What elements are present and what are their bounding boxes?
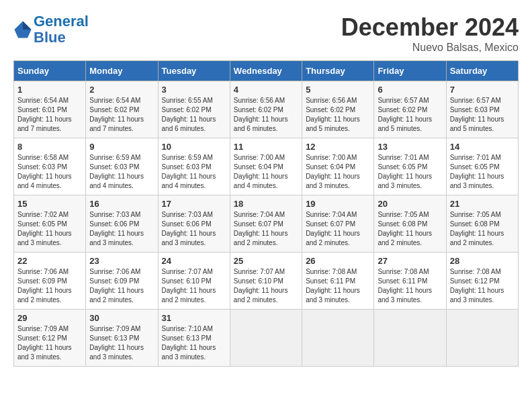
- day-info: Sunrise: 7:03 AMSunset: 6:06 PMDaylight:…: [162, 210, 226, 248]
- day-info: Sunrise: 7:05 AMSunset: 6:08 PMDaylight:…: [450, 210, 515, 248]
- day-info: Sunrise: 6:56 AMSunset: 6:02 PMDaylight:…: [306, 96, 370, 134]
- calendar-cell: 18Sunrise: 7:04 AMSunset: 6:07 PMDayligh…: [230, 195, 302, 253]
- day-number: 4: [234, 85, 298, 95]
- day-info: Sunrise: 7:04 AMSunset: 6:07 PMDaylight:…: [306, 210, 370, 248]
- calendar-cell: 22Sunrise: 7:06 AMSunset: 6:09 PMDayligh…: [14, 253, 86, 310]
- day-number: 10: [162, 142, 226, 152]
- day-number: 9: [89, 142, 154, 152]
- day-number: 24: [162, 256, 226, 266]
- calendar-cell: 2Sunrise: 6:54 AMSunset: 6:02 PMDaylight…: [86, 81, 158, 138]
- day-info: Sunrise: 6:59 AMSunset: 6:03 PMDaylight:…: [162, 153, 226, 191]
- day-info: Sunrise: 7:00 AMSunset: 6:04 PMDaylight:…: [306, 153, 370, 191]
- day-number: 12: [306, 142, 370, 152]
- calendar-cell: 30Sunrise: 7:09 AMSunset: 6:13 PMDayligh…: [86, 310, 158, 367]
- day-info: Sunrise: 7:09 AMSunset: 6:12 PMDaylight:…: [17, 324, 82, 362]
- day-info: Sunrise: 7:08 AMSunset: 6:11 PMDaylight:…: [378, 267, 442, 305]
- day-info: Sunrise: 7:02 AMSunset: 6:05 PMDaylight:…: [17, 210, 82, 248]
- calendar-cell: 19Sunrise: 7:04 AMSunset: 6:07 PMDayligh…: [302, 195, 374, 253]
- logo-icon: [13, 20, 32, 39]
- day-number: 27: [378, 256, 442, 266]
- day-info: Sunrise: 7:10 AMSunset: 6:13 PMDaylight:…: [162, 324, 226, 362]
- day-number: 31: [162, 313, 226, 323]
- day-info: Sunrise: 6:57 AMSunset: 6:03 PMDaylight:…: [450, 96, 515, 134]
- calendar-cell: 23Sunrise: 7:06 AMSunset: 6:09 PMDayligh…: [86, 253, 158, 310]
- day-info: Sunrise: 6:59 AMSunset: 6:03 PMDaylight:…: [89, 153, 154, 191]
- calendar-cell: 26Sunrise: 7:08 AMSunset: 6:11 PMDayligh…: [302, 253, 374, 310]
- calendar-cell: 29Sunrise: 7:09 AMSunset: 6:12 PMDayligh…: [14, 310, 86, 367]
- day-number: 25: [234, 256, 298, 266]
- day-info: Sunrise: 7:07 AMSunset: 6:10 PMDaylight:…: [234, 267, 298, 305]
- calendar-cell: 14Sunrise: 7:01 AMSunset: 6:05 PMDayligh…: [446, 138, 518, 195]
- day-number: 16: [89, 199, 154, 209]
- day-info: Sunrise: 6:55 AMSunset: 6:02 PMDaylight:…: [162, 96, 226, 134]
- calendar-cell: 27Sunrise: 7:08 AMSunset: 6:11 PMDayligh…: [374, 253, 446, 310]
- calendar-cell: [446, 310, 518, 367]
- header-row: SundayMondayTuesdayWednesdayThursdayFrid…: [14, 61, 519, 81]
- title-block: December 2024 Nuevo Balsas, Mexico: [341, 13, 519, 54]
- day-info: Sunrise: 7:08 AMSunset: 6:12 PMDaylight:…: [450, 267, 515, 305]
- day-number: 8: [17, 142, 82, 152]
- calendar-cell: 9Sunrise: 6:59 AMSunset: 6:03 PMDaylight…: [86, 138, 158, 195]
- day-number: 14: [450, 142, 515, 152]
- day-number: 21: [450, 199, 515, 209]
- calendar-week-2: 8Sunrise: 6:58 AMSunset: 6:03 PMDaylight…: [14, 138, 519, 195]
- day-number: 13: [378, 142, 442, 152]
- calendar-cell: 12Sunrise: 7:00 AMSunset: 6:04 PMDayligh…: [302, 138, 374, 195]
- day-number: 5: [306, 85, 370, 95]
- page-header: General Blue December 2024 Nuevo Balsas,…: [13, 13, 519, 54]
- calendar-week-4: 22Sunrise: 7:06 AMSunset: 6:09 PMDayligh…: [14, 253, 519, 310]
- calendar-cell: 6Sunrise: 6:57 AMSunset: 6:02 PMDaylight…: [374, 81, 446, 138]
- calendar-cell: 5Sunrise: 6:56 AMSunset: 6:02 PMDaylight…: [302, 81, 374, 138]
- day-header-saturday: Saturday: [446, 61, 518, 81]
- day-info: Sunrise: 7:06 AMSunset: 6:09 PMDaylight:…: [17, 267, 82, 305]
- day-info: Sunrise: 7:08 AMSunset: 6:11 PMDaylight:…: [306, 267, 370, 305]
- calendar-cell: 25Sunrise: 7:07 AMSunset: 6:10 PMDayligh…: [230, 253, 302, 310]
- day-header-sunday: Sunday: [14, 61, 86, 81]
- month-title: December 2024: [341, 13, 519, 42]
- calendar-cell: 17Sunrise: 7:03 AMSunset: 6:06 PMDayligh…: [158, 195, 230, 253]
- calendar-cell: [374, 310, 446, 367]
- calendar-cell: 28Sunrise: 7:08 AMSunset: 6:12 PMDayligh…: [446, 253, 518, 310]
- calendar-cell: 10Sunrise: 6:59 AMSunset: 6:03 PMDayligh…: [158, 138, 230, 195]
- day-header-tuesday: Tuesday: [158, 61, 230, 81]
- calendar-cell: 1Sunrise: 6:54 AMSunset: 6:01 PMDaylight…: [14, 81, 86, 138]
- day-info: Sunrise: 7:04 AMSunset: 6:07 PMDaylight:…: [234, 210, 298, 248]
- calendar-cell: 16Sunrise: 7:03 AMSunset: 6:06 PMDayligh…: [86, 195, 158, 253]
- logo: General Blue: [13, 13, 89, 46]
- calendar-cell: 3Sunrise: 6:55 AMSunset: 6:02 PMDaylight…: [158, 81, 230, 138]
- day-header-wednesday: Wednesday: [230, 61, 302, 81]
- calendar-cell: 4Sunrise: 6:56 AMSunset: 6:02 PMDaylight…: [230, 81, 302, 138]
- day-number: 11: [234, 142, 298, 152]
- logo-text: General Blue: [34, 13, 89, 46]
- day-info: Sunrise: 6:54 AMSunset: 6:02 PMDaylight:…: [89, 96, 154, 134]
- day-number: 22: [17, 256, 82, 266]
- calendar-cell: 15Sunrise: 7:02 AMSunset: 6:05 PMDayligh…: [14, 195, 86, 253]
- day-info: Sunrise: 6:58 AMSunset: 6:03 PMDaylight:…: [17, 153, 82, 191]
- day-number: 26: [306, 256, 370, 266]
- calendar-cell: [230, 310, 302, 367]
- location: Nuevo Balsas, Mexico: [341, 42, 519, 54]
- calendar-cell: 21Sunrise: 7:05 AMSunset: 6:08 PMDayligh…: [446, 195, 518, 253]
- day-number: 19: [306, 199, 370, 209]
- day-info: Sunrise: 6:54 AMSunset: 6:01 PMDaylight:…: [17, 96, 82, 134]
- day-number: 18: [234, 199, 298, 209]
- day-number: 30: [89, 313, 154, 323]
- day-header-monday: Monday: [86, 61, 158, 81]
- day-info: Sunrise: 7:01 AMSunset: 6:05 PMDaylight:…: [450, 153, 515, 191]
- calendar-cell: 20Sunrise: 7:05 AMSunset: 6:08 PMDayligh…: [374, 195, 446, 253]
- calendar-cell: 24Sunrise: 7:07 AMSunset: 6:10 PMDayligh…: [158, 253, 230, 310]
- calendar-cell: [302, 310, 374, 367]
- day-number: 2: [89, 85, 154, 95]
- calendar-week-5: 29Sunrise: 7:09 AMSunset: 6:12 PMDayligh…: [14, 310, 519, 367]
- day-number: 29: [17, 313, 82, 323]
- calendar-cell: 11Sunrise: 7:00 AMSunset: 6:04 PMDayligh…: [230, 138, 302, 195]
- calendar-cell: 7Sunrise: 6:57 AMSunset: 6:03 PMDaylight…: [446, 81, 518, 138]
- calendar-cell: 8Sunrise: 6:58 AMSunset: 6:03 PMDaylight…: [14, 138, 86, 195]
- day-number: 23: [89, 256, 154, 266]
- calendar-cell: 31Sunrise: 7:10 AMSunset: 6:13 PMDayligh…: [158, 310, 230, 367]
- day-number: 15: [17, 199, 82, 209]
- day-info: Sunrise: 7:03 AMSunset: 6:06 PMDaylight:…: [89, 210, 154, 248]
- calendar-week-3: 15Sunrise: 7:02 AMSunset: 6:05 PMDayligh…: [14, 195, 519, 253]
- day-number: 1: [17, 85, 82, 95]
- day-number: 7: [450, 85, 515, 95]
